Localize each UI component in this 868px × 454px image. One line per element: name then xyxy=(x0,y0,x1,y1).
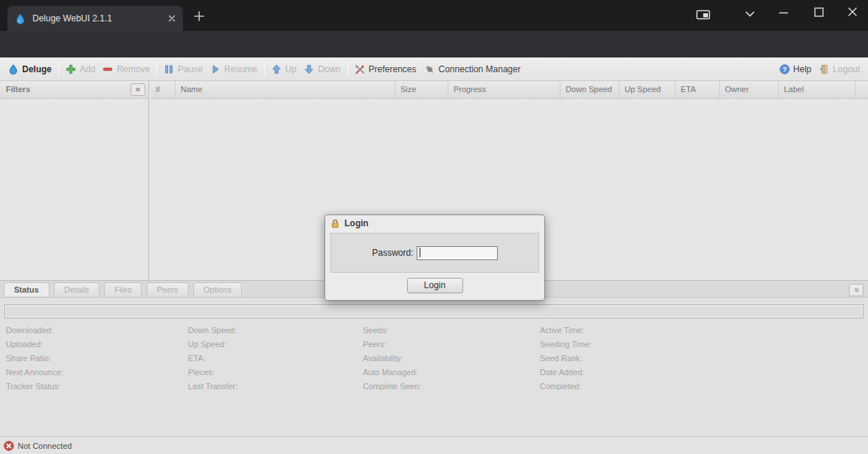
column-header-owner[interactable]: Owner xyxy=(720,81,779,98)
connection-statusbar: Not Connected xyxy=(0,436,868,454)
login-dialog: Login Password: Login xyxy=(324,214,545,301)
column-header-progress[interactable]: Progress xyxy=(448,81,560,98)
tab-preview-icon[interactable] xyxy=(696,9,711,21)
status-column-3: Seeds: Peers: Availability: Auto Managed… xyxy=(363,324,421,394)
tab-title: Deluge WebUI 2.1.1 xyxy=(32,13,168,24)
field-up-speed: Up Speed: xyxy=(188,338,237,352)
filters-header: Filters « xyxy=(0,81,148,99)
help-label: Help xyxy=(794,64,812,74)
tab-status[interactable]: Status xyxy=(4,282,49,296)
field-completed: Completed: xyxy=(540,380,591,394)
deluge-brand: Deluge xyxy=(4,62,55,77)
field-seeds: Seeds: xyxy=(363,324,421,338)
logout-button[interactable]: Logout xyxy=(815,62,864,77)
column-header-number[interactable]: # xyxy=(150,81,176,98)
status-column-1: Downloaded: Uploaded: Share Ratio: Next … xyxy=(6,324,63,394)
field-date-added: Date Added: xyxy=(540,366,591,380)
new-tab-button[interactable] xyxy=(192,10,206,23)
connection-manager-label: Connection Manager xyxy=(439,64,521,74)
field-seed-rank: Seed Rank: xyxy=(540,352,591,366)
pause-icon xyxy=(164,64,174,74)
status-column-4: Active Time: Seeding Time: Seed Rank: Da… xyxy=(540,324,591,394)
resume-icon xyxy=(210,64,221,74)
connection-manager-button[interactable]: Connection Manager xyxy=(420,62,524,77)
filters-title: Filters xyxy=(6,85,30,94)
field-next-announce: Next Announce: xyxy=(6,366,63,380)
field-seeding-time: Seeding Time: xyxy=(540,338,591,352)
panel-collapse-button[interactable]: » xyxy=(849,284,864,296)
plug-icon xyxy=(424,64,435,74)
column-header-eta[interactable]: ETA xyxy=(676,81,720,98)
pause-label: Pause xyxy=(178,64,203,74)
tab-options[interactable]: Options xyxy=(193,282,242,296)
field-eta: ETA: xyxy=(188,352,237,366)
field-uploaded: Uploaded: xyxy=(6,338,63,352)
collapse-down-icon: » xyxy=(851,287,862,293)
column-header-down-speed[interactable]: Down Speed xyxy=(560,81,619,98)
status-column-2: Down Speed: Up Speed: ETA: Pieces: Last … xyxy=(188,324,237,394)
field-last-transfer: Last Transfer: xyxy=(188,380,237,394)
tab-details[interactable]: Details xyxy=(54,282,100,296)
password-label: Password: xyxy=(372,248,413,258)
browser-tab[interactable]: Deluge WebUI 2.1.1 xyxy=(7,6,183,31)
field-auto-managed: Auto Managed: xyxy=(363,366,421,380)
resume-button[interactable]: Resume xyxy=(206,62,261,77)
login-submit-button[interactable]: Login xyxy=(407,278,463,293)
field-complete-seen: Complete Seen: xyxy=(363,380,421,394)
browser-tabstrip: Deluge WebUI 2.1.1 xyxy=(0,0,868,31)
help-button[interactable]: ? Help xyxy=(776,62,816,77)
remove-label: Remove xyxy=(117,64,150,74)
connection-status-text[interactable]: Not Connected xyxy=(18,441,72,450)
logout-icon xyxy=(819,64,829,74)
resume-label: Resume xyxy=(224,64,257,74)
field-tracker-status: Tracker Status: xyxy=(6,380,63,394)
field-availability: Availability: xyxy=(363,352,421,366)
queue-down-button[interactable]: Down xyxy=(300,62,344,77)
pause-button[interactable]: Pause xyxy=(160,62,206,77)
add-torrent-button[interactable]: Add xyxy=(62,62,99,77)
torrent-progress-bar xyxy=(4,304,864,318)
column-header-label[interactable]: Label xyxy=(779,81,855,98)
remove-torrent-button[interactable]: Remove xyxy=(99,62,153,77)
filters-collapse-button[interactable]: « xyxy=(131,83,145,96)
login-dialog-header[interactable]: Login xyxy=(325,215,544,231)
not-connected-error-icon xyxy=(4,441,14,451)
toolbar-separator xyxy=(156,63,157,76)
field-active-time: Active Time: xyxy=(540,324,591,338)
field-pieces: Pieces: xyxy=(188,366,237,380)
toolbar-separator xyxy=(347,63,348,76)
text-caret xyxy=(420,248,420,257)
column-header-name[interactable]: Name xyxy=(176,81,395,98)
column-header-filler xyxy=(855,81,868,98)
filters-body[interactable] xyxy=(0,99,148,279)
logout-label: Logout xyxy=(833,64,860,74)
up-label: Up xyxy=(285,64,296,74)
up-arrow-icon xyxy=(271,64,282,74)
window-minimize-button[interactable] xyxy=(779,12,788,14)
column-header-up-speed[interactable]: Up Speed xyxy=(619,81,676,98)
down-arrow-icon xyxy=(304,64,314,74)
window-close-button[interactable] xyxy=(847,7,858,17)
tab-search-chevron-icon[interactable] xyxy=(745,10,755,18)
window-maximize-button[interactable] xyxy=(814,7,824,17)
field-downloaded: Downloaded: xyxy=(6,324,63,338)
tab-peers[interactable]: Peers xyxy=(147,282,189,296)
help-icon: ? xyxy=(780,64,790,74)
tab-close-icon[interactable] xyxy=(168,15,176,22)
tab-files[interactable]: Files xyxy=(104,282,142,296)
login-dialog-title: Login xyxy=(344,218,369,228)
browser-addressbar: Inseguro | 192.168.0.117:8112 ☆ xyxy=(0,31,868,57)
preferences-label: Preferences xyxy=(369,64,417,74)
preferences-button[interactable]: Preferences xyxy=(351,62,420,77)
deluge-brand-label: Deluge xyxy=(22,64,52,74)
deluge-favicon-icon xyxy=(15,13,26,24)
password-field[interactable] xyxy=(417,246,498,260)
column-header-size[interactable]: Size xyxy=(395,81,448,98)
preferences-icon xyxy=(355,64,365,74)
queue-up-button[interactable]: Up xyxy=(268,62,300,77)
status-panel: Downloaded: Uploaded: Share Ratio: Next … xyxy=(0,298,868,436)
field-share-ratio: Share Ratio: xyxy=(6,352,63,366)
svg-text:?: ? xyxy=(782,66,787,73)
add-label: Add xyxy=(80,64,95,74)
down-label: Down xyxy=(318,64,341,74)
